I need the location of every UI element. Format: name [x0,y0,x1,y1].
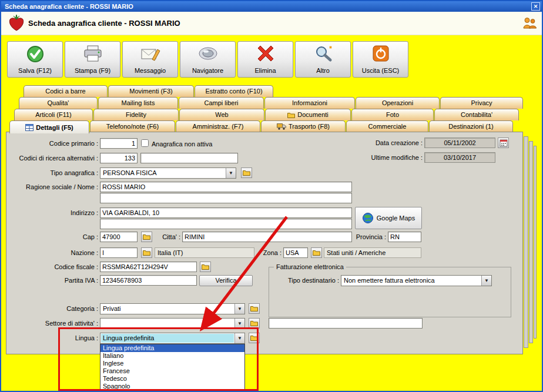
codici-ricerca-input[interactable] [100,153,138,163]
navigator-icon [180,45,235,65]
lingua-value: Lingua predefinita [101,334,234,343]
codice-fiscale-input[interactable] [100,262,197,272]
nazione-folder-button[interactable] [141,247,152,258]
calendar-button[interactable] [498,138,509,148]
truck-icon [277,123,286,130]
provincia-input[interactable] [388,232,421,242]
dropdown-item-francese[interactable]: Francese [100,367,244,375]
tab-articoli[interactable]: Articoli (F11) [14,109,93,120]
tab-informazioni[interactable]: Informazioni [264,97,355,109]
codice-primario-label: Codice primario : [28,140,98,147]
fatturazione-group: Fatturazione elettronica [269,267,511,317]
zona-input[interactable] [283,247,308,258]
tab-campi-liberi[interactable]: Campi liberi [179,97,264,109]
tab-estratto-conto[interactable]: Estratto conto (F10) [195,85,273,97]
zona-label: Zona : [258,249,281,256]
stacked-page-strip [529,141,533,343]
dropdown-item-spagnolo[interactable]: Spagnolo [100,383,244,390]
settore-label: Settore di attivita' : [36,320,98,327]
folder-icon [250,335,258,341]
tab-destinazioni[interactable]: Destinazioni (1) [429,120,513,132]
altro-button[interactable]: Altro [295,41,351,78]
tab-codici-a-barre[interactable]: Codici a barre [24,85,108,97]
verifica-button[interactable]: Verifica [199,275,253,286]
nazione-input[interactable] [100,247,138,258]
nazione-label: Nazione : [63,249,98,256]
chevron-down-icon[interactable]: ▼ [234,304,244,314]
tab-mailing-lists[interactable]: Mailing lists [98,97,178,109]
ragione-sociale-2-input[interactable] [100,193,352,203]
tab-qualita[interactable]: Qualita' [19,97,98,109]
window-title: Scheda anagrafica cliente - ROSSI MARIO [5,3,133,10]
tab-documenti[interactable]: Documenti [265,109,351,120]
lingua-label: Lingua : [69,334,98,341]
tipo-destinatario-label: Tipo destinatario : [277,277,339,284]
dropdown-item-lingua-predefinita[interactable]: Lingua predefinita [100,344,244,352]
elimina-button[interactable]: Elimina [237,41,293,78]
calendar-icon [500,139,508,147]
anagrafica-non-attiva-checkbox[interactable] [141,139,149,147]
dropdown-item-inglese[interactable]: Inglese [100,360,244,367]
chevron-down-icon[interactable]: ▼ [226,168,236,178]
categoria-combo[interactable]: Privati ▼ [100,303,245,314]
chevron-down-icon[interactable]: ▼ [481,276,491,286]
salva-button[interactable]: Salva (F12) [7,41,63,78]
zona-folder-button[interactable] [311,247,322,258]
tipo-destinatario-combo[interactable]: Non emettere fattura elettronica ▼ [341,275,492,286]
ragione-sociale-label: Ragione sociale / Nome : [22,183,98,190]
tab-operazioni[interactable]: Operazioni [356,97,440,109]
tipo-anagrafica-label: Tipo anagrafica : [39,169,98,176]
printer-icon [65,45,120,65]
chevron-down-icon[interactable]: ▼ [234,333,244,343]
tab-privacy[interactable]: Privacy [440,97,523,109]
navigatore-button[interactable]: Navigatore [180,41,236,78]
tab-amministraz[interactable]: Amministraz. (F7) [176,120,260,132]
indirizzo-input[interactable] [100,207,352,218]
tab-web[interactable]: Web [179,109,264,120]
tab-trasporto[interactable]: Trasporto (F8) [261,120,346,132]
tab-contabilita[interactable]: Contabilita' [434,109,519,120]
tipo-anagrafica-folder-button[interactable] [241,167,252,178]
settore-value [101,319,234,328]
stampa-button[interactable]: Stampa (F9) [65,41,120,78]
dropdown-item-italiano[interactable]: Italiano [100,352,244,360]
lingua-dropdown-list: Lingua predefinita Italiano Inglese Fran… [100,344,245,391]
salva-label: Salva (F12) [8,67,62,74]
settore-folder-button[interactable] [249,318,260,329]
messaggio-button[interactable]: Messaggio [122,41,178,78]
cap-input[interactable] [100,232,138,242]
lingua-combo[interactable]: Lingua predefinita ▼ [100,333,245,344]
tab-trasporto-label: Trasporto (F8) [289,121,330,132]
settore-combo[interactable]: ▼ [100,318,245,329]
chevron-down-icon[interactable]: ▼ [234,319,244,329]
citta-input[interactable] [182,232,352,242]
tab-foto[interactable]: Foto [351,109,434,120]
tab-fidelity[interactable]: Fidelity [93,109,179,120]
tab-movimenti[interactable]: Movimenti (F3) [108,85,194,97]
codice-primario-input[interactable] [100,138,138,149]
tab-dettagli[interactable]: Dettagli (F5) [9,120,89,133]
indirizzo-2-input[interactable] [100,219,352,229]
tab-commerciale[interactable]: Commerciale [346,120,428,132]
dropdown-item-tedesco[interactable]: Tedesco [100,375,244,383]
close-button[interactable]: ✕ [531,2,540,11]
folder-icon [243,170,250,176]
settore-desc-input[interactable] [269,318,423,329]
tab-telefono-note[interactable]: Telefono/note (F6) [90,120,175,132]
messaggio-label: Messaggio [123,67,177,74]
codice-fiscale-folder-button[interactable] [200,262,211,272]
citta-label: Citta' : [151,233,180,240]
tipo-anagrafica-combo[interactable]: PERSONA FISICA ▼ [100,167,236,179]
ragione-sociale-input[interactable] [100,182,352,192]
categoria-folder-button[interactable] [249,303,260,314]
cap-label: Cap : [69,233,98,240]
google-maps-button[interactable]: Google Maps [355,207,422,229]
partita-iva-input[interactable] [100,275,197,286]
lingua-folder-button[interactable] [249,333,260,343]
codici-ricerca-2-input[interactable] [140,153,238,163]
tipo-destinatario-value: Non emettere fattura elettronica [342,276,481,285]
customers-icon[interactable] [522,16,537,32]
delete-x-icon [238,45,293,65]
uscita-button[interactable]: Uscita (ESC) [353,41,408,78]
save-check-icon [8,45,62,65]
